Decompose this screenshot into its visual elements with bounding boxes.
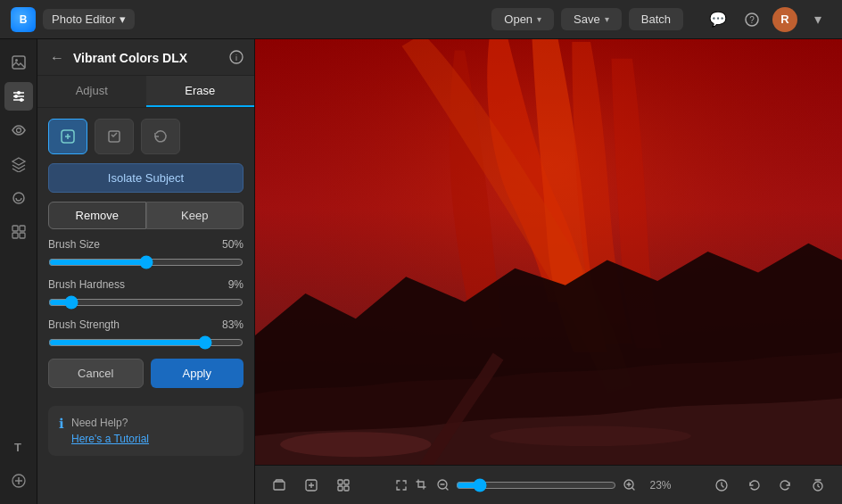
svg-rect-15 xyxy=(20,233,25,238)
svg-rect-29 xyxy=(344,480,349,484)
sidebar-images-btn[interactable] xyxy=(4,48,33,77)
isolate-subject-button[interactable]: Isolate Subject xyxy=(48,163,244,193)
svg-rect-31 xyxy=(344,486,349,491)
svg-text:i: i xyxy=(235,54,237,62)
remove-button[interactable]: Remove xyxy=(48,202,146,229)
crop-btn[interactable] xyxy=(415,472,430,499)
back-icon: ← xyxy=(50,50,64,65)
zoom-row: 23% xyxy=(394,472,672,499)
keep-label: Keep xyxy=(181,209,208,222)
tab-erase-label: Erase xyxy=(185,84,215,97)
brush-strength-label: Brush Strength xyxy=(48,318,120,331)
brush-size-label-row: Brush Size 50% xyxy=(48,238,244,251)
tutorial-link[interactable]: Here's a Tutorial xyxy=(71,433,149,445)
isolate-subject-label: Isolate Subject xyxy=(108,171,184,185)
open-button[interactable]: Open ▾ xyxy=(491,8,554,30)
svg-point-9 xyxy=(20,98,23,102)
brush-hardness-label-row: Brush Hardness 9% xyxy=(48,278,244,291)
keep-button[interactable]: Keep xyxy=(146,202,244,229)
cancel-button[interactable]: Cancel xyxy=(48,359,144,388)
redo-btn[interactable] xyxy=(772,472,799,499)
erase-icon-row xyxy=(48,119,244,154)
fit-btn[interactable] xyxy=(394,472,409,499)
sidebar-presets-btn[interactable] xyxy=(4,218,33,246)
sidebar-sliders-btn[interactable] xyxy=(4,82,33,111)
svg-point-24 xyxy=(280,432,431,457)
svg-point-25 xyxy=(490,426,691,447)
sidebar-layers-btn[interactable] xyxy=(4,150,33,178)
svg-rect-28 xyxy=(338,480,343,484)
reset-tool-button[interactable] xyxy=(141,119,180,154)
main-area: T ← Vibrant Colors DLX i Adjust Erase xyxy=(0,39,842,504)
help-text: Need Help? Here's a Tutorial xyxy=(71,415,149,447)
svg-rect-2 xyxy=(12,56,25,69)
canvas-wrapper: 23% xyxy=(255,39,842,504)
cancel-label: Cancel xyxy=(78,367,113,380)
batch-button[interactable]: Batch xyxy=(629,8,683,30)
open-chevron: ▾ xyxy=(537,14,541,24)
undo-btn[interactable] xyxy=(740,472,767,499)
layers-bottom-btn[interactable] xyxy=(266,472,293,499)
mask-btn[interactable] xyxy=(298,472,325,499)
brush-strength-slider[interactable] xyxy=(48,335,244,350)
aurora-image xyxy=(255,39,842,465)
sidebar-effects-btn[interactable] xyxy=(4,184,33,212)
canvas-area[interactable] xyxy=(255,39,842,465)
svg-rect-30 xyxy=(338,486,343,491)
brush-strength-label-row: Brush Strength 83% xyxy=(48,318,244,331)
remove-label: Remove xyxy=(76,209,119,222)
panel-back-button[interactable]: ← xyxy=(48,48,66,68)
clock-btn[interactable] xyxy=(805,472,831,499)
brush-tool-button[interactable] xyxy=(48,119,87,154)
avatar-button[interactable]: R xyxy=(772,7,797,32)
sidebar-eye-btn[interactable] xyxy=(4,116,33,145)
save-button[interactable]: Save ▾ xyxy=(561,8,622,30)
svg-rect-13 xyxy=(20,226,25,231)
app-logo-letter: B xyxy=(20,13,28,26)
stamp-tool-button[interactable] xyxy=(95,119,134,154)
sidebar-plugin-btn[interactable] xyxy=(4,467,33,495)
panel-tabs: Adjust Erase xyxy=(37,76,254,108)
info-icon: ℹ xyxy=(59,416,64,432)
tab-adjust-label: Adjust xyxy=(76,84,108,97)
app-title-button[interactable]: Photo Editor ▾ xyxy=(43,9,135,29)
svg-text:T: T xyxy=(14,441,21,454)
bottombar: 23% xyxy=(255,465,842,504)
more-button[interactable]: ▾ xyxy=(805,6,831,33)
svg-point-8 xyxy=(14,95,18,98)
svg-text:?: ? xyxy=(749,15,755,25)
zoom-percent: 23% xyxy=(642,479,671,492)
zoom-slider[interactable] xyxy=(456,478,616,492)
chat-icon-button[interactable]: 💬 xyxy=(705,6,731,33)
undo-history-btn[interactable] xyxy=(708,472,735,499)
brush-strength-value: 83% xyxy=(222,318,244,331)
tab-erase[interactable]: Erase xyxy=(146,76,255,107)
panel-info-button[interactable]: i xyxy=(229,50,244,67)
app-logo: B xyxy=(11,7,36,32)
sidebar-text-btn[interactable]: T xyxy=(4,433,33,461)
brush-strength-row: Brush Strength 83% xyxy=(48,318,244,350)
svg-rect-14 xyxy=(12,233,18,238)
open-label: Open xyxy=(504,12,532,26)
svg-point-10 xyxy=(16,128,21,133)
brush-size-value: 50% xyxy=(222,238,244,251)
apply-button[interactable]: Apply xyxy=(151,359,244,388)
grid-btn[interactable] xyxy=(330,472,357,499)
cancel-apply-row: Cancel Apply xyxy=(48,359,244,388)
topbar-right: Open ▾ Save ▾ Batch 💬 ? R ▾ xyxy=(491,6,831,33)
zoom-out-btn[interactable] xyxy=(435,472,450,499)
zoom-in-btn[interactable] xyxy=(622,472,637,499)
save-chevron: ▾ xyxy=(605,14,609,24)
brush-size-slider[interactable] xyxy=(48,255,244,269)
svg-rect-12 xyxy=(12,226,18,231)
brush-hardness-value: 9% xyxy=(228,278,244,291)
icon-sidebar: T xyxy=(0,39,37,504)
panel-header: ← Vibrant Colors DLX i xyxy=(37,39,254,76)
brush-hardness-label: Brush Hardness xyxy=(48,278,125,291)
brush-hardness-slider[interactable] xyxy=(48,295,244,310)
tab-adjust[interactable]: Adjust xyxy=(37,76,146,107)
batch-label: Batch xyxy=(641,12,671,26)
remove-keep-row: Remove Keep xyxy=(48,202,244,229)
panel-title: Vibrant Colors DLX xyxy=(73,51,222,65)
help-icon-button[interactable]: ? xyxy=(739,6,765,33)
